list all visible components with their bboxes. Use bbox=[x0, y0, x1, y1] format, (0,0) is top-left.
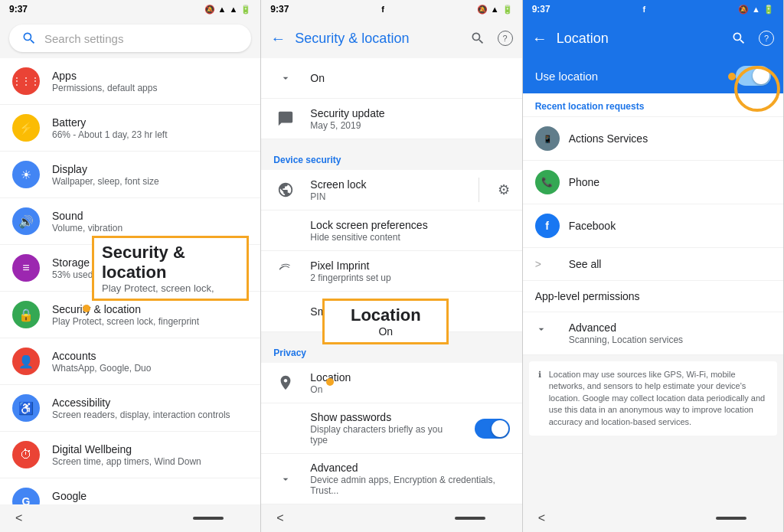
time-3: 9:37 bbox=[532, 4, 550, 15]
back-button-2[interactable]: ← bbox=[270, 30, 286, 47]
accounts-title: Accounts bbox=[52, 350, 248, 362]
screen-lock-item[interactable]: Screen lock PIN ⚙ bbox=[261, 170, 521, 211]
actions-icon: 📱 bbox=[535, 126, 560, 151]
list-item[interactable]: ⚡ Battery 66% - About 1 day, 23 hr left bbox=[0, 105, 260, 152]
list-item[interactable]: ☀ Display Wallpaper, sleep, font size bbox=[0, 152, 260, 198]
location-icon bbox=[273, 370, 298, 395]
display-icon: ☀ bbox=[12, 161, 40, 188]
device-security-header: Device security bbox=[261, 145, 521, 170]
pixel-imprint-item[interactable]: Pixel Imprint 2 fingerprints set up bbox=[261, 251, 521, 292]
status-icons-1: 🔕 ▲ ▲ 🔋 bbox=[204, 5, 252, 15]
list-item[interactable]: 🔊 Sound Volume, vibration bbox=[0, 198, 260, 245]
advanced-location-title: Advanced bbox=[569, 321, 771, 334]
location-subtitle: On bbox=[310, 384, 509, 395]
accessibility-title: Accessibility bbox=[52, 397, 248, 409]
list-item[interactable]: ♿ Accessibility Screen readers, display,… bbox=[0, 385, 260, 432]
advanced-title: Advanced bbox=[310, 462, 509, 474]
advanced-chevron bbox=[535, 321, 560, 335]
list-item[interactable]: ⋮⋮⋮ Apps Permissions, default apps bbox=[0, 58, 260, 105]
screen-lock-icon bbox=[273, 178, 298, 202]
wellbeing-subtitle: Screen time, app timers, Wind Down bbox=[52, 456, 248, 467]
show-passwords-toggle[interactable] bbox=[475, 419, 510, 439]
fb-icon-3: f bbox=[643, 5, 646, 14]
sound-subtitle: Volume, vibration bbox=[52, 223, 248, 233]
home-indicator-1[interactable] bbox=[193, 517, 224, 520]
search-bar[interactable]: Search settings bbox=[9, 24, 251, 52]
back-button-1[interactable]: < bbox=[6, 511, 31, 525]
wellbeing-icon: ⏱ bbox=[12, 441, 40, 468]
back-button-3[interactable]: ← bbox=[532, 30, 547, 47]
search-button-2[interactable] bbox=[470, 31, 485, 46]
display-title: Display bbox=[52, 163, 248, 175]
actions-text: Actions Services bbox=[569, 132, 771, 145]
security-title: Security & location bbox=[52, 303, 248, 315]
nav-bar-2: < bbox=[261, 504, 521, 532]
smart-lock-icon bbox=[273, 299, 298, 324]
apps-icon: ⋮⋮⋮ bbox=[12, 67, 40, 95]
advanced-location-subtitle: Scanning, Location services bbox=[569, 335, 771, 345]
help-button-2[interactable]: ? bbox=[498, 31, 513, 46]
status-bar-3: 9:37 f 🔕 ▲ 🔋 bbox=[523, 0, 783, 18]
pixel-imprint-text: Pixel Imprint 2 fingerprints set up bbox=[310, 259, 509, 283]
advanced-location-item[interactable]: Advanced Scanning, Location services bbox=[523, 312, 783, 355]
settings-list: ⋮⋮⋮ Apps Permissions, default apps ⚡ Bat… bbox=[0, 58, 260, 504]
apps-subtitle: Permissions, default apps bbox=[52, 83, 248, 93]
smart-lock-title: Smart Lock bbox=[310, 305, 509, 318]
recent-requests-header: Recent location requests bbox=[523, 93, 783, 117]
actions-services-item[interactable]: 📱 Actions Services bbox=[523, 117, 783, 161]
app-level-item[interactable]: App-level permissions bbox=[523, 281, 783, 312]
search-placeholder: Search settings bbox=[44, 32, 123, 45]
security-update-item[interactable]: Security update May 5, 2019 bbox=[261, 99, 521, 139]
panel-security: 9:37 f 🔕 ▲ 🔋 ← Security & location ? On bbox=[261, 0, 522, 532]
advanced-subtitle: Device admin apps, Encryption & credenti… bbox=[310, 475, 509, 496]
pixel-imprint-title: Pixel Imprint bbox=[310, 259, 509, 272]
wellbeing-title: Digital Wellbeing bbox=[52, 443, 248, 455]
phone-title: Phone bbox=[569, 176, 771, 188]
time-2: 9:37 bbox=[270, 4, 289, 15]
security-list: On Security update May 5, 2019 Device se… bbox=[261, 58, 521, 504]
list-item[interactable]: ⏱ Digital Wellbeing Screen time, app tim… bbox=[0, 432, 260, 478]
security-update-icon bbox=[273, 106, 298, 131]
storage-title: Storage bbox=[52, 256, 248, 269]
location-info-box: ℹ Location may use sources like GPS, Wi-… bbox=[529, 361, 777, 436]
facebook-text: Facebook bbox=[569, 220, 771, 232]
status-icons-left-3: f bbox=[643, 5, 646, 14]
display-subtitle: Wallpaper, sleep, font size bbox=[52, 176, 248, 187]
nav-bar-1: < bbox=[0, 504, 260, 532]
security-update-title: Security update bbox=[310, 107, 509, 119]
security-icon: 🔒 bbox=[12, 301, 40, 328]
list-item[interactable]: 👤 Accounts WhatsApp, Google, Duo bbox=[0, 338, 260, 385]
show-passwords-item[interactable]: Show passwords Display characters briefl… bbox=[261, 403, 521, 454]
divider-2 bbox=[261, 332, 521, 338]
info-icon: ℹ bbox=[538, 369, 541, 380]
smart-lock-item[interactable]: Smart Lock bbox=[261, 292, 521, 332]
phone-text: Phone bbox=[569, 176, 771, 188]
facebook-item[interactable]: f Facebook bbox=[523, 204, 783, 248]
security-header: ← Security & location ? bbox=[261, 18, 521, 58]
location-item[interactable]: Location On bbox=[261, 363, 521, 403]
gear-icon[interactable]: ⚙ bbox=[498, 181, 510, 198]
on-status-label: On bbox=[310, 72, 509, 84]
sound-icon: 🔊 bbox=[12, 207, 40, 235]
search-button-3[interactable] bbox=[731, 31, 746, 46]
help-button-3[interactable]: ? bbox=[759, 31, 774, 46]
nav-bar-3: < bbox=[523, 504, 783, 532]
accessibility-icon: ♿ bbox=[12, 394, 40, 422]
on-status-item[interactable]: On bbox=[261, 58, 521, 99]
screen-lock-title: Screen lock bbox=[310, 178, 459, 191]
security-location-item[interactable]: 🔒 Security & location Play Protect, scre… bbox=[0, 292, 260, 338]
see-all-item[interactable]: > See all bbox=[523, 248, 783, 281]
home-indicator-3[interactable] bbox=[716, 517, 746, 520]
back-button-nav-2[interactable]: < bbox=[267, 511, 292, 525]
accounts-icon: 👤 bbox=[12, 348, 40, 375]
phone-item[interactable]: 📞 Phone bbox=[523, 161, 783, 204]
advanced-item[interactable]: Advanced Device admin apps, Encryption &… bbox=[261, 454, 521, 504]
list-item[interactable]: ≡ Storage 53% used - 30.08 GB free bbox=[0, 245, 260, 292]
lock-screen-prefs-item[interactable]: Lock screen preferences Hide sensitive c… bbox=[261, 211, 521, 251]
sound-title: Sound bbox=[52, 210, 248, 222]
home-indicator-2[interactable] bbox=[455, 517, 485, 520]
vertical-divider bbox=[479, 178, 479, 202]
back-button-nav-3[interactable]: < bbox=[529, 511, 554, 525]
use-location-toggle[interactable] bbox=[736, 66, 771, 86]
list-item[interactable]: G Google Services & preferences bbox=[0, 478, 260, 504]
